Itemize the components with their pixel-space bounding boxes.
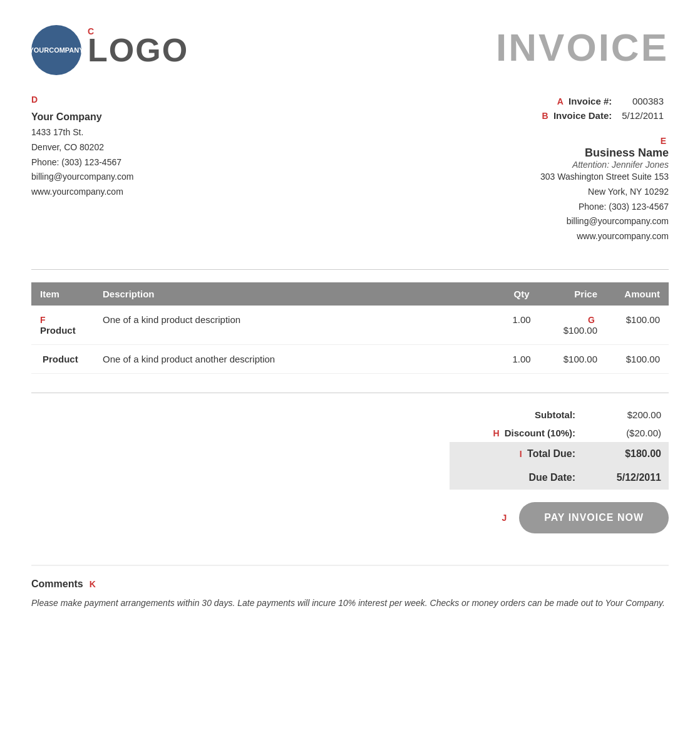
due-date-value: 5/12/2011 — [583, 466, 669, 490]
logo-circle-line1: YOUR — [29, 46, 49, 54]
subtotal-value: $200.00 — [583, 406, 669, 424]
due-date-label: Due Date: — [450, 466, 583, 490]
annot-h: H — [493, 428, 499, 438]
annot-e: E — [661, 136, 666, 146]
company-info-section: D Your Company 1433 17th St. Denver, CO … — [31, 94, 318, 200]
col-header-qty: Qty — [500, 282, 543, 306]
invoice-date-label: Invoice Date: — [553, 110, 612, 121]
col-header-description: Description — [94, 282, 500, 306]
top-section: D Your Company 1433 17th St. Denver, CO … — [31, 94, 669, 244]
invoice-number-label: Invoice #: — [569, 96, 612, 106]
annot-j: J — [502, 513, 507, 523]
items-table: Item Description Qty Price Amount F Prod… — [31, 282, 669, 374]
company-address1: 1433 17th St. — [31, 125, 318, 140]
divider-2 — [31, 393, 669, 393]
subtotal-label: Subtotal: — [450, 406, 583, 424]
row-item-0: F Product — [31, 306, 94, 345]
annot-b: B — [542, 111, 548, 121]
company-website: www.yourcompany.com — [31, 185, 318, 200]
total-due-value: $180.00 — [583, 442, 669, 466]
comments-text: Please make payment arrangements within … — [31, 596, 669, 611]
total-due-label: I Total Due: — [450, 442, 583, 466]
row-amount-0: $100.00 — [606, 306, 669, 345]
logo-circle: YOUR COMPANY — [31, 25, 81, 75]
row-price-1: $100.00 — [543, 344, 606, 373]
annot-c: C — [88, 26, 94, 36]
comments-title: Comments — [31, 578, 83, 590]
company-address2: Denver, CO 80202 — [31, 140, 318, 155]
totals-section: Subtotal: $200.00 H Discount (10%): ($20… — [31, 406, 669, 490]
invoice-right-section: A Invoice #: 000383 B Invoice Date: 5/12… — [350, 94, 669, 244]
comments-section: Comments K Please make payment arrangeme… — [31, 565, 669, 611]
attention-text: Attention: Jennifer Jones — [350, 160, 669, 170]
col-header-price: Price — [543, 282, 606, 306]
annot-d: D — [31, 95, 38, 105]
col-header-item: Item — [31, 282, 94, 306]
row-amount-1: $100.00 — [606, 344, 669, 373]
company-info: Your Company 1433 17th St. Denver, CO 80… — [31, 111, 318, 200]
row-price-0: G $100.00 — [543, 306, 606, 345]
bill-address1: 303 Washington Street Suite 153 — [350, 170, 669, 185]
company-phone: Phone: (303) 123-4567 — [31, 155, 318, 170]
table-row: F Product One of a kind product descript… — [31, 306, 669, 345]
col-header-amount: Amount — [606, 282, 669, 306]
discount-value: ($20.00) — [583, 424, 669, 442]
company-email: billing@yourcompany.com — [31, 170, 318, 185]
invoice-details: A Invoice #: 000383 B Invoice Date: 5/12… — [350, 94, 669, 123]
discount-label: H Discount (10%): — [450, 424, 583, 442]
pay-section: J PAY INVOICE NOW — [31, 502, 669, 533]
logo-circle-line2: COMPANY — [49, 46, 83, 54]
comments-header: Comments K — [31, 578, 669, 590]
annot-i: I — [520, 449, 522, 459]
invoice-date-value: 5/12/2011 — [617, 108, 669, 123]
logo-text: LOGO — [88, 31, 188, 69]
row-desc-0: One of a kind product description — [94, 306, 500, 345]
annot-a: A — [557, 96, 564, 106]
row-desc-1: One of a kind product another descriptio… — [94, 344, 500, 373]
bill-phone: Phone: (303) 123-4567 — [350, 200, 669, 215]
bill-website: www.yourcompany.com — [350, 229, 669, 244]
business-name: Business Name — [350, 147, 669, 160]
logo-area: YOUR COMPANY C LOGO — [31, 25, 188, 75]
bill-address2: New York, NY 10292 — [350, 185, 669, 200]
invoice-title: INVOICE — [496, 25, 669, 69]
invoice-number-value: 000383 — [617, 94, 669, 108]
row-qty-1: 1.00 — [500, 344, 543, 373]
row-qty-0: 1.00 — [500, 306, 543, 345]
company-name: Your Company — [31, 111, 318, 123]
bill-email: billing@yourcompany.com — [350, 214, 669, 229]
annot-k: K — [90, 579, 96, 589]
divider-1 — [31, 269, 669, 270]
table-row: Product One of a kind product another de… — [31, 344, 669, 373]
bill-to-section: E Business Name Attention: Jennifer Jone… — [350, 135, 669, 244]
page-header: YOUR COMPANY C LOGO INVOICE — [31, 25, 669, 75]
totals-table: Subtotal: $200.00 H Discount (10%): ($20… — [450, 406, 669, 490]
row-item-1: Product — [31, 344, 94, 373]
pay-invoice-button[interactable]: PAY INVOICE NOW — [519, 502, 669, 533]
